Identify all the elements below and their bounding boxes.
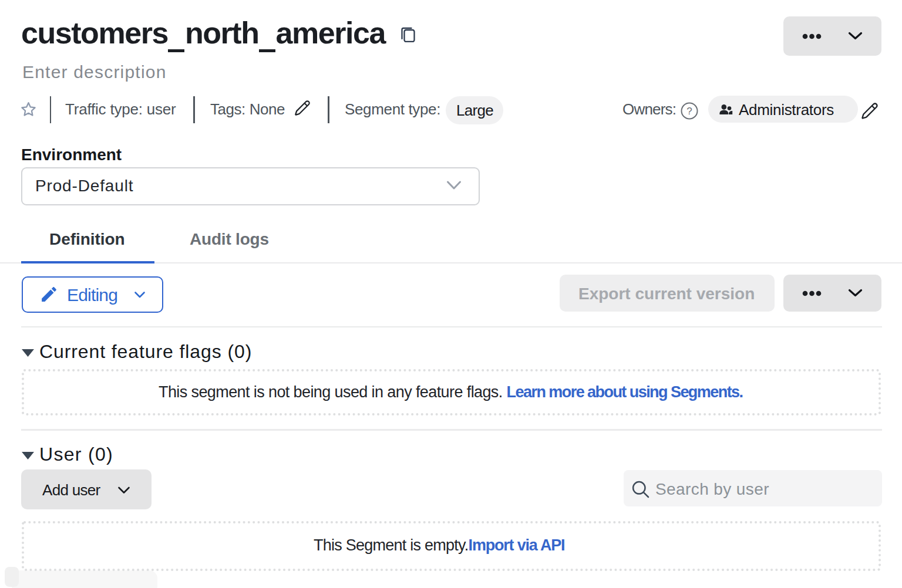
svg-text:?: ? xyxy=(686,106,692,117)
